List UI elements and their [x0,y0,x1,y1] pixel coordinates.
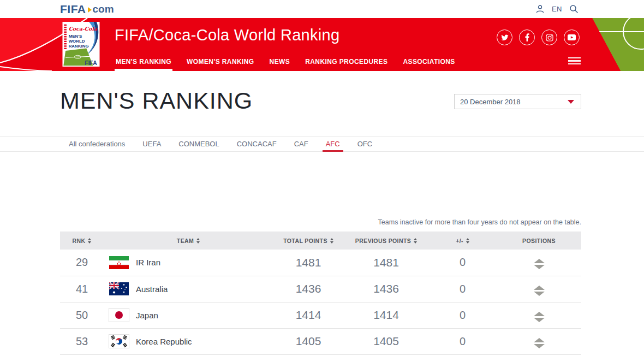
nav-item-associations[interactable]: ASSOCIATIONS [402,55,456,71]
rank-unchanged-icon [534,312,545,322]
header-title: FIFA/Coca-Cola World Ranking [115,26,339,44]
svg-text:FIFA: FIFA [85,60,97,66]
previous-points-value: 1436 [344,276,428,302]
team-name[interactable]: Australia [136,284,168,294]
column-header-team[interactable]: TEAM [104,232,273,250]
flag-australia-icon [109,282,136,295]
inactive-teams-note: Teams inactive for more than four years … [60,218,581,226]
com-logo-text: com [93,3,114,15]
ranking-table: RNKTEAMTOTAL POINTSPREVIOUS POINTS+/-POS… [60,232,581,355]
column-header-total-points[interactable]: TOTAL POINTS [273,232,344,250]
rank-value: 53 [60,328,104,354]
site-header: Coca-Cola MEN'S WORLD RANKING FIFA FIFA/… [0,18,644,71]
tab-afc[interactable]: AFC [326,137,340,151]
sort-icon [414,238,417,244]
nav-item-men-s-ranking[interactable]: MEN'S RANKING [115,55,172,71]
table-row-ir-iran[interactable]: 29IR Iran148114810 [60,250,581,276]
team-name[interactable]: IR Iran [136,258,160,267]
change-value: 0 [428,276,497,302]
rank-unchanged-icon [534,286,545,296]
header-nav: MEN'S RANKINGWOMEN'S RANKINGNEWSRANKING … [115,55,456,71]
facebook-icon[interactable] [519,29,535,45]
rank-value: 41 [60,276,104,302]
previous-points-value: 1414 [344,302,428,328]
column-header-[interactable]: +/- [428,232,497,250]
twitter-icon[interactable] [497,29,512,45]
menu-icon[interactable] [568,57,581,67]
date-filter-value: 20 December 2018 [460,98,521,106]
page-title: MEN'S RANKING [60,87,253,124]
rank-unchanged-icon [534,338,545,348]
total-points-value: 1405 [273,328,344,354]
tab-uefa[interactable]: UEFA [142,137,161,151]
table-row-korea-republic[interactable]: 53Korea Republic140514050 [60,328,581,354]
social-links [497,29,580,45]
flag-korea-icon [109,335,136,348]
table-row-japan[interactable]: 50Japan141414140 [60,302,581,328]
chevron-down-icon [568,100,574,104]
rank-value: 29 [60,250,104,276]
rank-value: 50 [60,302,104,328]
change-value: 0 [428,328,497,354]
tab-all-confederations[interactable]: All confederations [69,137,125,151]
date-filter-dropdown[interactable]: 20 December 2018 [454,94,581,109]
account-icon[interactable] [535,4,545,14]
table-header-row: RNKTEAMTOTAL POINTSPREVIOUS POINTS+/-POS… [60,232,581,250]
tab-ofc[interactable]: OFC [357,137,372,151]
fifa-com-logo[interactable]: FIFA com [60,3,114,16]
sort-icon [466,238,469,244]
mens-world-ranking-badge: Coca-Cola MEN'S WORLD RANKING FIFA [61,22,101,67]
sort-icon [330,238,333,244]
total-points-value: 1436 [273,276,344,302]
column-header-rnk[interactable]: RNK [60,232,104,250]
nav-item-ranking-procedures[interactable]: RANKING PROCEDURES [304,55,389,71]
total-points-value: 1414 [273,302,344,328]
tab-concacaf[interactable]: CONCACAF [237,137,277,151]
nav-item-news[interactable]: NEWS [269,55,291,71]
confederation-tabs: All confederationsUEFACONMEBOLCONCACAFCA… [0,136,644,152]
team-name[interactable]: Korea Republic [136,337,192,346]
flag-japan-icon [109,308,136,322]
top-bar: FIFA com EN [0,0,644,18]
tab-conmebol[interactable]: CONMEBOL [178,137,219,151]
svg-text:WORLD: WORLD [69,39,85,44]
youtube-icon[interactable] [564,29,580,45]
logo-arrow-icon [88,7,92,13]
coca-cola-script: Coca-Cola [69,26,98,32]
nav-item-women-s-ranking[interactable]: WOMEN'S RANKING [186,55,255,71]
search-icon[interactable] [569,4,579,14]
team-name[interactable]: Japan [136,311,158,320]
svg-text:RANKING: RANKING [69,44,89,49]
column-header-previous-points[interactable]: PREVIOUS POINTS [344,232,428,250]
previous-points-value: 1481 [344,250,428,276]
change-value: 0 [428,302,497,328]
fifa-logo-text: FIFA [60,3,86,16]
instagram-icon[interactable] [541,29,557,45]
ranking-section: Teams inactive for more than four years … [60,218,581,355]
total-points-value: 1481 [273,250,344,276]
previous-points-value: 1405 [344,328,428,354]
sort-icon [88,238,91,244]
table-body: 29IR Iran14811481041Australia14361436050… [60,250,581,354]
svg-text:MEN'S: MEN'S [69,34,82,39]
column-header-positions: POSITIONS [497,232,581,250]
language-selector[interactable]: EN [552,5,562,13]
page-title-row: MEN'S RANKING 20 December 2018 [0,71,644,124]
sort-icon [196,238,200,244]
table-row-australia[interactable]: 41Australia143614360 [60,276,581,302]
rank-unchanged-icon [534,259,545,269]
flag-iran-icon [109,256,136,269]
change-value: 0 [428,250,497,276]
tab-caf[interactable]: CAF [294,137,308,151]
